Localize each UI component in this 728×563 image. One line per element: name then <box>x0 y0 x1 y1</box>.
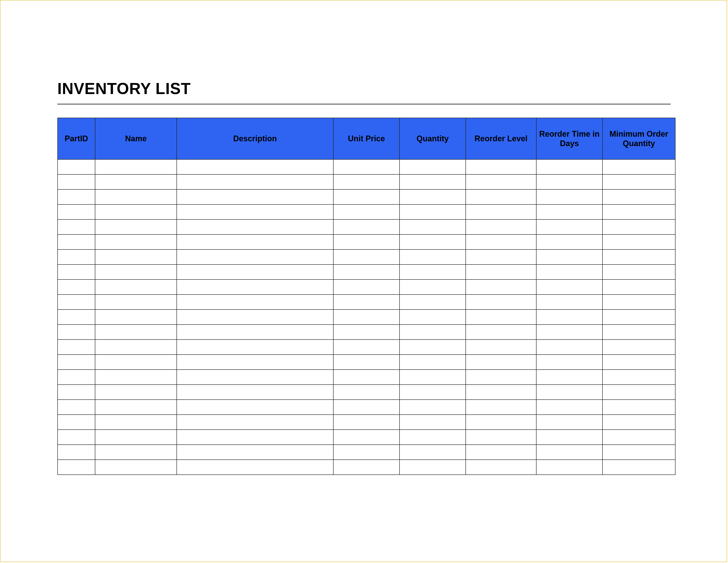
table-cell <box>95 325 177 340</box>
table-cell <box>466 295 536 310</box>
table-cell <box>466 189 536 204</box>
table-cell <box>400 295 466 310</box>
table-cell <box>536 249 602 264</box>
table-cell <box>536 264 602 279</box>
table-cell <box>400 189 466 204</box>
table-cell <box>58 385 95 400</box>
table-cell <box>536 174 602 189</box>
table-cell <box>536 400 602 415</box>
table-row <box>58 295 675 310</box>
title-rule <box>57 104 671 104</box>
table-cell <box>536 340 602 355</box>
table-body <box>58 159 675 475</box>
table-cell <box>177 370 333 385</box>
table-cell <box>177 219 333 234</box>
table-cell <box>466 325 536 340</box>
table-cell <box>602 204 675 219</box>
table-cell <box>177 430 333 445</box>
table-cell <box>58 234 95 249</box>
table-cell <box>536 295 602 310</box>
table-cell <box>58 430 95 445</box>
table-cell <box>95 415 177 430</box>
table-cell <box>177 325 333 340</box>
table-cell <box>95 159 177 174</box>
table-cell <box>400 204 466 219</box>
table-cell <box>602 249 675 264</box>
table-cell <box>95 234 177 249</box>
table-cell <box>466 159 536 174</box>
table-cell <box>58 310 95 325</box>
table-cell <box>177 279 333 295</box>
table-cell <box>400 279 466 295</box>
col-header-partid: PartID <box>58 118 95 159</box>
table-cell <box>536 355 602 370</box>
table-cell <box>536 460 602 475</box>
table-cell <box>602 355 675 370</box>
table-cell <box>536 325 602 340</box>
table-cell <box>400 310 466 325</box>
table-cell <box>466 385 536 400</box>
table-cell <box>466 445 536 460</box>
table-cell <box>400 159 466 174</box>
table-cell <box>602 234 675 249</box>
col-header-reorder-time: Reorder Time in Days <box>536 118 602 159</box>
table-row <box>58 249 675 264</box>
table-cell <box>95 279 177 295</box>
table-cell <box>177 415 333 430</box>
table-cell <box>536 415 602 430</box>
table-cell <box>602 189 675 204</box>
table-cell <box>602 219 675 234</box>
table-cell <box>333 159 400 174</box>
table-cell <box>466 355 536 370</box>
table-row <box>58 325 675 340</box>
table-cell <box>58 159 95 174</box>
table-cell <box>536 279 602 295</box>
table-cell <box>400 385 466 400</box>
table-cell <box>333 460 400 475</box>
table-cell <box>95 340 177 355</box>
table-cell <box>466 174 536 189</box>
table-row <box>58 370 675 385</box>
table-cell <box>177 340 333 355</box>
table-cell <box>466 460 536 475</box>
table-cell <box>466 279 536 295</box>
table-cell <box>466 219 536 234</box>
table-row <box>58 415 675 430</box>
table-cell <box>177 234 333 249</box>
table-cell <box>95 295 177 310</box>
table-row <box>58 310 675 325</box>
table-cell <box>400 219 466 234</box>
table-row <box>58 264 675 279</box>
table-row <box>58 445 675 460</box>
col-header-description: Description <box>177 118 333 159</box>
table-cell <box>177 400 333 415</box>
col-header-unit-price: Unit Price <box>333 118 400 159</box>
col-header-name: Name <box>95 118 177 159</box>
table-cell <box>177 249 333 264</box>
table-cell <box>333 370 400 385</box>
table-cell <box>400 460 466 475</box>
table-cell <box>177 189 333 204</box>
table-cell <box>400 234 466 249</box>
table-cell <box>95 370 177 385</box>
table-cell <box>602 430 675 445</box>
table-row <box>58 430 675 445</box>
table-cell <box>333 189 400 204</box>
table-row <box>58 189 675 204</box>
table-cell <box>466 204 536 219</box>
table-cell <box>602 264 675 279</box>
table-cell <box>536 219 602 234</box>
table-cell <box>95 400 177 415</box>
table-cell <box>95 249 177 264</box>
table-row <box>58 174 675 189</box>
table-cell <box>536 234 602 249</box>
table-cell <box>333 264 400 279</box>
table-cell <box>333 325 400 340</box>
table-row <box>58 355 675 370</box>
table-cell <box>400 340 466 355</box>
table-cell <box>466 310 536 325</box>
col-header-min-order-qty: Minimum Order Quantity <box>602 118 675 159</box>
table-cell <box>58 249 95 264</box>
table-cell <box>177 295 333 310</box>
table-cell <box>466 264 536 279</box>
